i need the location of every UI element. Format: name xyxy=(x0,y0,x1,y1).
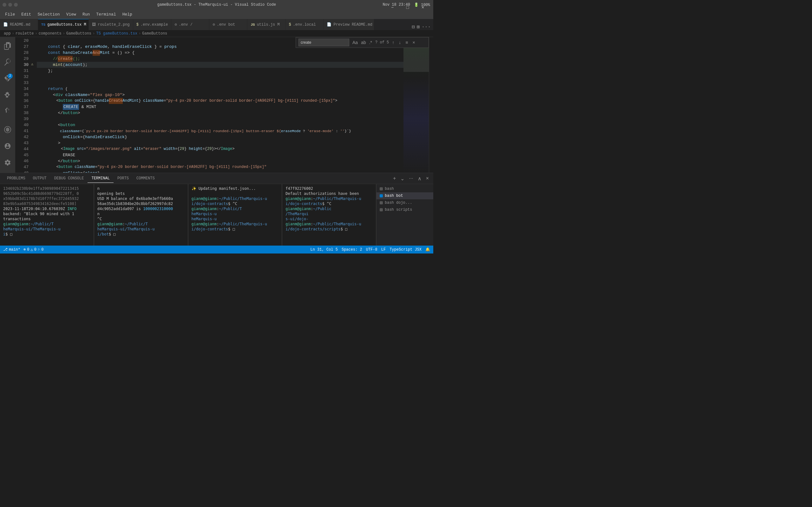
breadcrumb-gamebuttons-sym[interactable]: GameButtons xyxy=(142,32,167,36)
terminal-pane-4[interactable]: f47f92276002 Default authorizations have… xyxy=(282,184,376,245)
menu-help[interactable]: Help xyxy=(120,11,135,18)
panel-item-bash-dojo[interactable]: bash dojo... xyxy=(376,199,433,206)
close-button[interactable]: × xyxy=(415,3,430,12)
terminal-tab-terminal[interactable]: TERMINAL xyxy=(88,174,113,183)
panel-item-bash-bot[interactable]: bash bot xyxy=(376,192,433,199)
panel-dot xyxy=(380,194,383,198)
terminal-maximize[interactable]: ∧ xyxy=(416,175,423,182)
terminal-line: /TheMarqui xyxy=(286,211,373,216)
tab-layout-icon[interactable]: ⊟ xyxy=(412,24,415,30)
code-editor[interactable]: const { clear, eraseMode, handleEraseCli… xyxy=(37,37,403,173)
activity-debug[interactable] xyxy=(0,87,15,102)
info-count: 0 xyxy=(41,247,44,252)
terminal-line: heMarquis-u xyxy=(192,216,279,222)
status-notifications[interactable]: 🔔 xyxy=(425,247,430,252)
breadcrumb-gamebuttons-folder[interactable]: GameButtons xyxy=(66,32,91,36)
terminal-line: gianm@gianm:~/Public/T xyxy=(97,222,185,227)
tab-readme[interactable]: 📄 README.md xyxy=(0,19,38,30)
activity-explorer[interactable] xyxy=(0,38,15,53)
find-next[interactable]: ↓ xyxy=(397,39,402,46)
branch-icon: ⎇ xyxy=(3,247,8,252)
panel-item-bash[interactable]: bash xyxy=(376,185,433,192)
tab-more-icon[interactable]: ··· xyxy=(421,24,431,30)
tab-env-local[interactable]: $ .env.local xyxy=(286,19,323,30)
tab-preview[interactable]: 📄 Preview README.md xyxy=(323,19,374,30)
status-eol[interactable]: LF xyxy=(381,247,386,252)
activity-search[interactable] xyxy=(0,55,15,69)
activity-git[interactable]: 2 xyxy=(0,71,15,86)
window-controls[interactable]: − □ × xyxy=(385,3,430,12)
minimap-slider[interactable] xyxy=(403,47,429,72)
find-close[interactable]: × xyxy=(411,39,416,46)
menu-edit[interactable]: Edit xyxy=(19,11,34,18)
status-encoding[interactable]: UTF-8 xyxy=(366,247,377,252)
statusbar-right: Ln 31, Col 5 Spaces: 2 UTF-8 LF TypeScri… xyxy=(310,247,430,252)
status-errors[interactable]: ⊗ 0 △ 0 ⚐ 0 xyxy=(23,247,44,252)
find-regex[interactable]: .* xyxy=(368,39,373,46)
tab-icon-gamebuttons: TS xyxy=(41,23,45,26)
status-branch[interactable]: ⎇ main* xyxy=(3,247,20,252)
tab-label-preview: Preview README.md xyxy=(334,22,372,27)
terminal-tab-problems[interactable]: PROBLEMS xyxy=(3,174,29,183)
activity-settings[interactable] xyxy=(0,155,15,170)
terminal-pane-1[interactable]: 134692b230b9e1ffa3909890472213415 9652b0… xyxy=(0,184,94,245)
menu-file[interactable]: File xyxy=(3,11,17,18)
terminal-content: 134692b230b9e1ffa3909890472213415 9652b0… xyxy=(0,184,433,245)
tab-split-icon[interactable]: ⊞ xyxy=(417,24,420,30)
menu-view[interactable]: View xyxy=(64,11,79,18)
activity-remote[interactable] xyxy=(0,122,15,137)
terminal-pane-2[interactable]: n opening bets USD M balance of 0x6ba9e3… xyxy=(94,184,188,245)
tab-env-bot[interactable]: ⚙ .env bot xyxy=(209,19,247,30)
tab-env-example[interactable]: $ .env.example xyxy=(133,19,171,30)
terminal-pane-3[interactable]: ✨ Updating manifest.json... gianm@gianm:… xyxy=(189,184,282,245)
find-whole-word[interactable]: ab xyxy=(360,39,367,46)
terminal-line: Default authorizations have been xyxy=(286,191,373,196)
panel-item-bash-scripts[interactable]: bash scripts xyxy=(376,206,433,213)
menu-selection[interactable]: Selection xyxy=(35,11,62,18)
breadcrumb-roulette[interactable]: roulette xyxy=(15,32,34,36)
code-line-48: onClick={clear} xyxy=(37,170,403,173)
status-language[interactable]: TypeScript JSX xyxy=(390,247,421,252)
terminal-line: i/dojo-contracts$ ^C xyxy=(192,201,279,206)
terminal-split[interactable]: ⌄ xyxy=(399,175,406,182)
terminal-close[interactable]: × xyxy=(425,175,430,182)
find-list[interactable]: ≡ xyxy=(404,39,409,46)
terminal-line: 9652b09c5bc41d88d6698779d228ff, 0 xyxy=(3,191,90,196)
find-input[interactable] xyxy=(299,39,349,46)
tab-gamebuttons[interactable]: TS gameButtons.tsx M × xyxy=(38,19,89,30)
code-line-32 xyxy=(37,74,403,80)
activity-account[interactable] xyxy=(0,138,15,154)
status-spaces[interactable]: Spaces: 2 xyxy=(342,247,362,252)
terminal-tab-ports[interactable]: PORTS xyxy=(113,174,133,183)
status-position[interactable]: Ln 31, Col 5 xyxy=(310,247,338,252)
activity-extensions[interactable] xyxy=(0,103,15,118)
titlebar-controls xyxy=(3,3,18,7)
terminal-new[interactable]: + xyxy=(392,175,397,182)
menu-run[interactable]: Run xyxy=(80,11,92,18)
terminal-controls: + ⌄ ··· ∧ × xyxy=(392,175,430,182)
breadcrumb-gamebuttons-ts[interactable]: TS gameButtons.tsx xyxy=(96,32,137,36)
encoding-text: UTF-8 xyxy=(366,247,377,252)
menu-terminal[interactable]: Terminal xyxy=(94,11,118,18)
tab-env[interactable]: ⚙ .env / xyxy=(171,19,209,30)
terminal-line: USD M balance of 0x6ba9e3effb660a xyxy=(97,196,185,201)
tab-roulette[interactable]: 🖼 roulette_2.png xyxy=(89,19,133,30)
tab-utils[interactable]: JS utils.js M xyxy=(247,19,286,30)
minimize-button[interactable]: − xyxy=(385,3,400,12)
code-line-36: <button onClick={handleCreateAndMint} cl… xyxy=(37,98,403,104)
terminal-more[interactable]: ··· xyxy=(408,175,414,182)
terminal-tab-comments[interactable]: COMMENTS xyxy=(133,174,159,183)
panel-label-bash: bash xyxy=(385,187,394,191)
find-widget: Aa ab .* ? of 5 ↑ ↓ ≡ × xyxy=(296,37,429,48)
find-case-sensitive[interactable]: Aa xyxy=(351,39,359,46)
terminal-line: heMarquis-ui/TheMarquis-u xyxy=(97,227,185,232)
editor-area: Aa ab .* ? of 5 ↑ ↓ ≡ × 20 27 28 29 30 3… xyxy=(15,37,429,173)
breadcrumb-components[interactable]: components xyxy=(39,32,61,36)
terminal-tab-output[interactable]: OUTPUT xyxy=(29,174,50,183)
terminal-tab-debug[interactable]: DEBUG CONSOLE xyxy=(50,174,88,183)
maximize-button[interactable]: □ xyxy=(400,3,415,12)
terminal-line: s-ui/dojo- xyxy=(286,216,373,222)
find-prev[interactable]: ↑ xyxy=(391,39,396,46)
breadcrumb-app[interactable]: app xyxy=(4,32,11,36)
terminal-line: 2023-11-18T20:04:10.676039Z INFO xyxy=(3,206,90,211)
